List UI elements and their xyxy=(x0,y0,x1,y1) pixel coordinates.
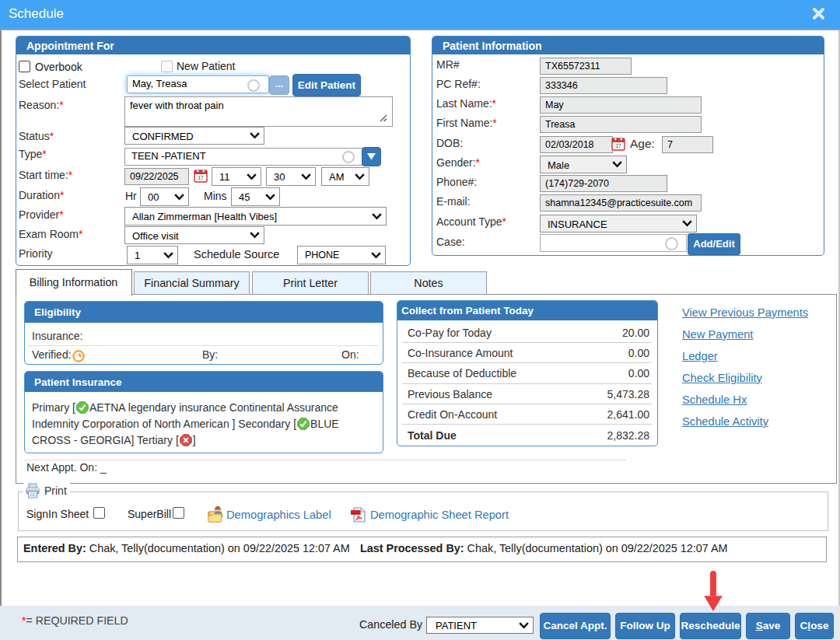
svg-text:17: 17 xyxy=(198,175,204,180)
svg-text:17: 17 xyxy=(615,143,621,149)
